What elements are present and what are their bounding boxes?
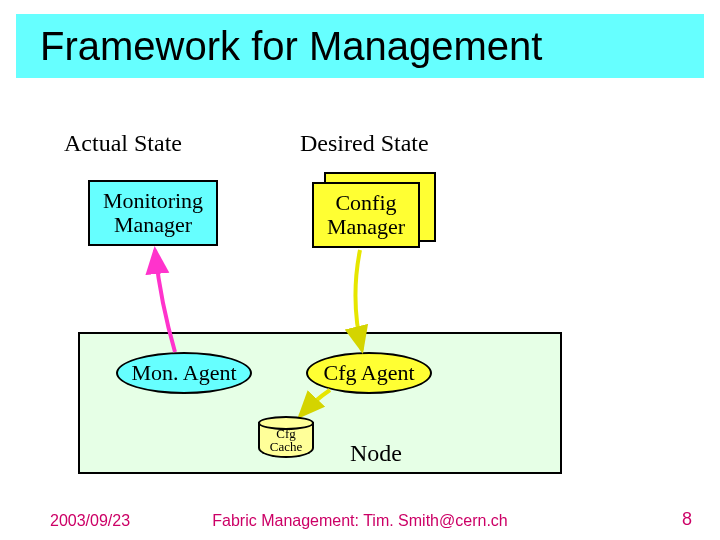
node-label: Node xyxy=(350,440,402,467)
monitoring-manager-line2: Manager xyxy=(114,213,192,237)
cache-line2: Cache xyxy=(270,439,302,454)
cfg-agent-ellipse: Cfg Agent xyxy=(306,352,432,394)
footer-page-number: 8 xyxy=(682,509,692,530)
cache-label: Cfg Cache xyxy=(270,427,302,453)
monitoring-manager-line1: Monitoring xyxy=(103,189,203,213)
actual-state-label: Actual State xyxy=(64,130,182,157)
config-manager-box: Config Manager xyxy=(312,182,420,248)
slide-title: Framework for Management xyxy=(16,14,704,78)
monitoring-manager-box: Monitoring Manager xyxy=(88,180,218,246)
cfg-agent-label: Cfg Agent xyxy=(323,360,414,386)
slide: Framework for Management Actual State De… xyxy=(0,0,720,540)
config-manager-line2: Manager xyxy=(327,215,405,239)
cfg-cache-cylinder: Cfg Cache xyxy=(258,416,314,458)
mon-agent-label: Mon. Agent xyxy=(131,360,236,386)
desired-state-label: Desired State xyxy=(300,130,429,157)
mon-agent-ellipse: Mon. Agent xyxy=(116,352,252,394)
node-box xyxy=(78,332,562,474)
config-manager-line1: Config xyxy=(335,191,396,215)
footer-center: Fabric Management: Tim. Smith@cern.ch xyxy=(0,512,720,530)
